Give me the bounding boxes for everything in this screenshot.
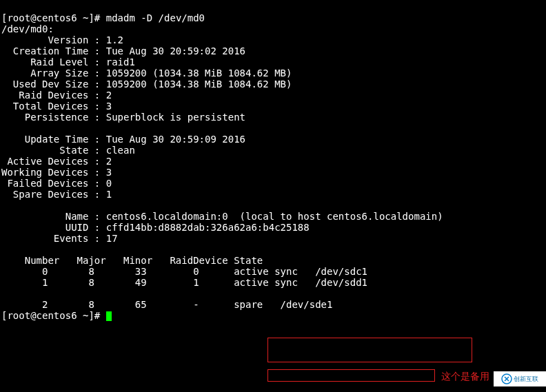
blank-line: [1, 288, 7, 299]
detail-update-time: Update Time : Tue Aug 30 20:59:09 2016: [1, 134, 245, 145]
detail-state: State : clean: [1, 145, 135, 156]
detail-active-devices: Active Devices : 2: [1, 156, 112, 167]
detail-uuid: UUID : cffd14bb:d8882dab:326a62a6:b4c251…: [1, 222, 310, 233]
detail-persistence: Persistence : Superblock is persistent: [1, 112, 245, 123]
detail-array-size: Array Size : 1059200 (1034.38 MiB 1084.6…: [1, 68, 292, 79]
detail-creation-time: Creation Time : Tue Aug 30 20:59:02 2016: [1, 45, 245, 56]
detail-used-dev-size: Used Dev Size : 1059200 (1034.38 MiB 108…: [1, 79, 292, 90]
detail-events: Events : 17: [1, 233, 118, 244]
highlight-box-active-sync: [267, 338, 472, 362]
detail-failed-devices: Failed Devices : 0: [1, 178, 112, 189]
annotation-spare-device: 这个是备用: [441, 371, 489, 382]
watermark-logo: 创新互联: [494, 371, 546, 386]
detail-name: Name : centos6.localdomain:0 (local to h…: [1, 211, 443, 222]
device-row-0: 0 8 33 0 active sync /dev/sdc1: [1, 266, 367, 277]
device-header: /dev/md0:: [1, 23, 54, 34]
blank-line: [1, 123, 7, 134]
device-row-1: 1 8 49 1 active sync /dev/sdd1: [1, 277, 367, 288]
detail-raid-level: Raid Level : raid1: [1, 56, 135, 68]
detail-spare-devices: Spare Devices : 1: [1, 189, 112, 200]
device-row-spare: 2 8 65 - spare /dev/sde1: [1, 299, 332, 310]
watermark-text: 创新互联: [514, 373, 538, 384]
blank-line: [1, 200, 7, 211]
terminal-output[interactable]: [root@centos6 ~]# mdadm -D /dev/md0 /dev…: [1, 1, 443, 321]
prompt-line-2[interactable]: [root@centos6 ~]#: [1, 310, 112, 321]
detail-raid-devices: Raid Devices : 2: [1, 90, 112, 101]
blank-line: [1, 244, 7, 255]
cursor: [106, 311, 112, 321]
detail-total-devices: Total Devices : 3: [1, 101, 112, 112]
device-table-header: Number Major Minor RaidDevice State: [1, 255, 263, 266]
highlight-box-spare: [267, 369, 435, 382]
detail-version: Version : 1.2: [1, 34, 123, 45]
prompt-line-1: [root@centos6 ~]# mdadm -D /dev/md0: [1, 12, 205, 23]
detail-working-devices: Working Devices : 3: [1, 167, 112, 178]
logo-icon: [501, 373, 512, 384]
